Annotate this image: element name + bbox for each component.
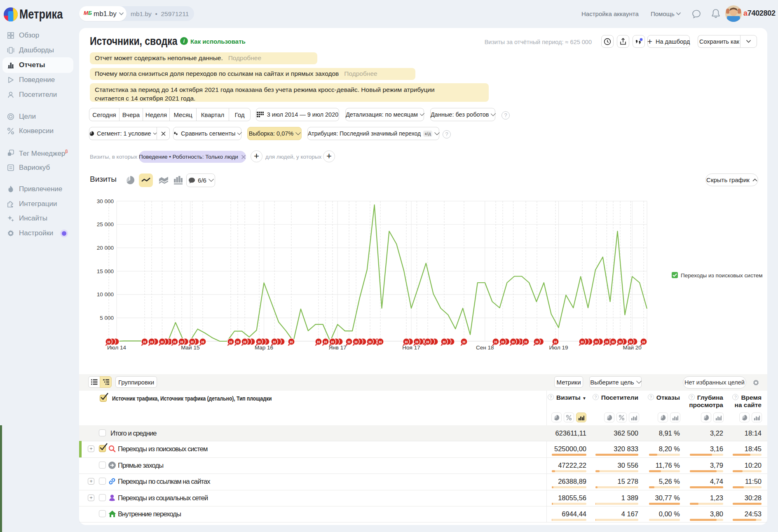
svg-text:30 000: 30 000 <box>97 198 114 204</box>
svg-text:10 000: 10 000 <box>97 291 114 298</box>
svg-text:Май 20: Май 20 <box>623 345 642 351</box>
svg-text:Н: Н <box>642 340 645 344</box>
svg-text:Н: Н <box>525 340 527 344</box>
svg-text:Н: Н <box>595 340 598 344</box>
svg-text:Н: Н <box>612 340 615 344</box>
svg-text:Ноя 17: Ноя 17 <box>402 345 420 351</box>
svg-text:Н: Н <box>512 340 515 344</box>
svg-text:Н: Н <box>554 340 557 344</box>
svg-text:Н: Н <box>161 340 164 344</box>
svg-text:Н: Н <box>290 340 293 344</box>
svg-text:Июл 14: Июл 14 <box>107 345 127 351</box>
svg-text:Н: Н <box>501 340 504 344</box>
svg-text:Н: Н <box>629 340 632 344</box>
svg-text:20 000: 20 000 <box>97 245 114 251</box>
svg-text:Н: Н <box>463 340 466 344</box>
svg-text:25 000: 25 000 <box>97 221 114 227</box>
svg-text:Н: Н <box>369 340 372 344</box>
svg-text:Н: Н <box>202 340 204 344</box>
svg-text:Май 15: Май 15 <box>181 345 199 351</box>
svg-text:Н: Н <box>415 340 418 344</box>
svg-text:Н: Н <box>605 340 608 344</box>
svg-text:Н: Н <box>191 340 194 344</box>
svg-text:Н: Н <box>230 340 232 344</box>
svg-text:Н: Н <box>143 340 146 344</box>
svg-text:Н: Н <box>426 340 429 344</box>
svg-text:Н: Н <box>108 340 110 344</box>
svg-text:Янв 17: Янв 17 <box>329 345 347 351</box>
svg-text:Н: Н <box>237 340 239 344</box>
svg-text:Н: Н <box>331 340 334 344</box>
svg-text:Н: Н <box>348 340 351 344</box>
svg-text:Н: Н <box>379 340 382 344</box>
svg-text:Н: Н <box>317 340 320 344</box>
svg-text:Н: Н <box>619 340 622 344</box>
svg-text:Н: Н <box>405 340 408 344</box>
svg-text:5 000: 5 000 <box>100 315 114 321</box>
svg-text:Н: Н <box>355 340 358 344</box>
svg-text:Н: Н <box>180 340 183 344</box>
svg-text:Н: Н <box>324 340 327 344</box>
svg-text:Н: Н <box>273 340 276 344</box>
svg-text:Н: Н <box>150 340 153 344</box>
svg-text:Н: Н <box>258 340 261 344</box>
svg-text:Н: Н <box>173 340 176 344</box>
svg-text:Переходы из поисковых систем: Переходы из поисковых систем <box>681 272 762 279</box>
svg-text:Н: Н <box>581 340 584 344</box>
svg-text:Н: Н <box>244 340 246 344</box>
svg-text:Н: Н <box>536 340 539 344</box>
svg-text:Н: Н <box>443 340 446 344</box>
svg-text:Н: Н <box>494 340 497 344</box>
svg-text:15 000: 15 000 <box>97 268 114 274</box>
svg-text:Сен 18: Сен 18 <box>476 345 494 351</box>
svg-text:Июл 19: Июл 19 <box>549 345 568 351</box>
svg-text:Мар 16: Мар 16 <box>255 345 273 351</box>
